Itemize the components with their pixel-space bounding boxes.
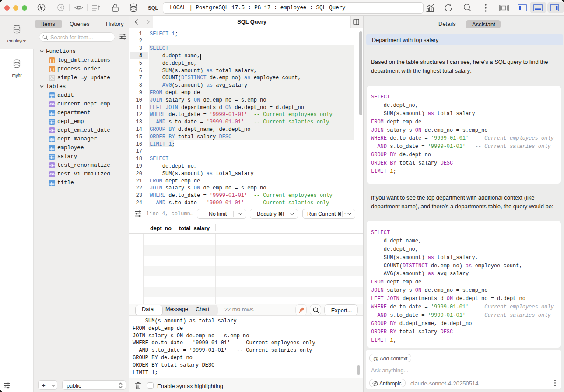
svg-text:{}: {} xyxy=(50,68,55,72)
svg-text:{}: {} xyxy=(50,59,55,63)
